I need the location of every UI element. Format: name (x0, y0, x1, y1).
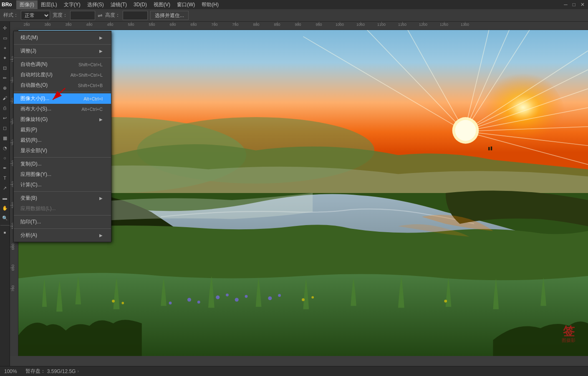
menu-section-auto: 自动色调(N) Shift+Ctrl+L 自动对比度(U) Alt+Shift+… (14, 58, 111, 92)
menu-help[interactable]: 帮助(H) (198, 0, 222, 9)
menu-item-auto-tone[interactable]: 自动色调(N) Shift+Ctrl+L (14, 59, 111, 70)
main-area: ✢ ▭ ⌖ ✦ ⊡ ✏ ⊕ 🖌 ⎙ ↩ ◻ ▦ ◔ ○ ✒ T ↗ ▬ ✋ 🔍 … (0, 22, 588, 366)
brush-tool[interactable]: 🖌 (0, 93, 10, 103)
path-select-tool[interactable]: ↗ (0, 183, 10, 193)
move-tool[interactable]: ✢ (0, 23, 10, 33)
menu-item-show-all[interactable]: 显示全部(V) (14, 145, 111, 156)
maximize-button[interactable]: □ (571, 2, 577, 8)
menu-view[interactable]: 视图(V) (150, 0, 174, 9)
svg-point-21 (245, 295, 248, 298)
close-button[interactable]: ✕ (579, 2, 586, 8)
blur-tool[interactable]: ◔ (0, 143, 10, 153)
crop-tool[interactable]: ⊡ (0, 63, 10, 73)
minimize-button[interactable]: ─ (562, 2, 569, 8)
menu-text[interactable]: 文字(Y) (61, 0, 84, 9)
svg-point-22 (268, 296, 272, 300)
dodge-tool[interactable]: ○ (0, 153, 10, 163)
menu-item-image-rotate[interactable]: 图像旋转(G) ▶ (14, 114, 111, 125)
menu-item-canvas-size[interactable]: 画布大小(S)... Alt+Ctrl+C (14, 104, 111, 114)
svg-point-35 (455, 120, 476, 141)
menu-3d[interactable]: 3D(D) (130, 1, 150, 8)
options-bar: 样式： 正常 宽度： ⇌ 高度： 选择并遮住... (0, 9, 588, 22)
submenu-arrow-adjust: ▶ (99, 49, 103, 53)
height-input[interactable] (123, 11, 148, 20)
svg-point-28 (121, 302, 124, 304)
hand-tool[interactable]: ✋ (0, 203, 10, 213)
svg-point-24 (197, 301, 200, 303)
width-label: 宽度： (53, 12, 68, 19)
zoom-tool[interactable]: 🔍 (0, 213, 10, 223)
foreground-color[interactable]: ■ (0, 228, 10, 237)
eraser-tool[interactable]: ◻ (0, 123, 10, 133)
style-select[interactable]: 正常 (21, 11, 50, 20)
menu-item-crop-p[interactable]: 裁剪(P) (14, 125, 111, 135)
menu-section-trap: 陷印(T)... (14, 216, 111, 229)
menu-item-variable[interactable]: 变量(B) ▶ (14, 193, 111, 203)
menu-item-image-size[interactable]: 图像大小(I)... Alt+Ctrl+I (14, 93, 111, 104)
submenu-arrow-rotate: ▶ (99, 117, 103, 122)
image-dropdown-menu: 模式(M) ▶ 调整(J) ▶ 自动色调(N) Shift+Ctrl+L 自动对… (13, 31, 111, 242)
width-input[interactable] (70, 11, 95, 20)
menu-section-adjust: 调整(J) ▶ (14, 45, 111, 58)
menu-section-analysis: 分析(A) ▶ (14, 229, 111, 242)
menu-image[interactable]: 图像(I) (16, 0, 38, 9)
eyedropper-tool[interactable]: ✏ (0, 73, 10, 83)
left-toolbar: ✢ ▭ ⌖ ✦ ⊡ ✏ ⊕ 🖌 ⎙ ↩ ◻ ▦ ◔ ○ ✒ T ↗ ▬ ✋ 🔍 … (0, 22, 10, 366)
history-brush-tool[interactable]: ↩ (0, 113, 10, 123)
menu-section-variable: 变量(B) ▶ 应用数据组(L)... (14, 192, 111, 216)
lasso-tool[interactable]: ⌖ (0, 43, 10, 53)
menu-item-apply-data: 应用数据组(L)... (14, 203, 111, 214)
menu-item-apply-image[interactable]: 应用图像(Y)... (14, 169, 111, 180)
svg-point-30 (311, 296, 314, 298)
menu-filter[interactable]: 滤镜(T) (107, 0, 130, 9)
svg-point-25 (187, 298, 191, 301)
svg-point-27 (112, 300, 115, 303)
zoom-level: 100% (4, 368, 17, 374)
menu-layer[interactable]: 图层(L) (38, 0, 61, 9)
select-rect-tool[interactable]: ▭ (0, 33, 10, 43)
menu-item-adjust[interactable]: 调整(J) ▶ (14, 46, 111, 56)
submenu-arrow-analysis: ▶ (99, 233, 103, 238)
height-label: 高度： (105, 12, 120, 19)
menu-section-mode: 模式(M) ▶ (14, 31, 111, 45)
menu-section-ops: 复制(D)... 应用图像(Y)... 计算(C)... (14, 158, 111, 192)
app-logo: BRo (2, 2, 12, 8)
text-tool[interactable]: T (0, 173, 10, 183)
status-arrow-icon: › (77, 369, 78, 373)
menu-item-auto-contrast[interactable]: 自动对比度(U) Alt+Shift+Ctrl+L (14, 70, 111, 80)
menu-item-mode[interactable]: 模式(M) ▶ (14, 33, 111, 43)
menu-section-size: 图像大小(I)... Alt+Ctrl+I 画布大小(S)... Alt+Ctr… (14, 92, 111, 158)
clone-tool[interactable]: ⎙ (0, 103, 10, 113)
svg-point-20 (235, 298, 239, 301)
gradient-tool[interactable]: ▦ (0, 133, 10, 143)
shape-tool[interactable]: ▬ (0, 193, 10, 203)
menu-item-analysis[interactable]: 分析(A) ▶ (14, 230, 111, 241)
svg-point-26 (169, 301, 172, 304)
svg-point-29 (302, 298, 305, 301)
menu-select[interactable]: 选择(S) (84, 0, 107, 9)
ruler-corner (10, 22, 18, 30)
statusbar: 100% 暂存盘： 3.59G/12.5G › (0, 366, 588, 376)
heal-tool[interactable]: ⊕ (0, 83, 10, 93)
svg-rect-33 (491, 147, 492, 150)
scratch-disk-label: 暂存盘： 3.59G/12.5G › (25, 368, 79, 375)
svg-point-18 (216, 296, 220, 299)
svg-rect-32 (488, 147, 490, 150)
svg-point-19 (226, 293, 229, 296)
menu-item-duplicate[interactable]: 复制(D)... (14, 159, 111, 169)
ruler-horizontal: 2503003504004505005506006507007508008509… (18, 22, 588, 30)
submenu-arrow-variable: ▶ (99, 196, 103, 201)
menu-window[interactable]: 窗口(W) (174, 0, 198, 9)
pen-tool[interactable]: ✒ (0, 163, 10, 173)
svg-point-31 (444, 300, 447, 303)
magic-wand-tool[interactable]: ✦ (0, 53, 10, 63)
menu-item-trap[interactable]: 陷印(T)... (14, 217, 111, 227)
style-label: 样式： (3, 12, 18, 19)
menu-item-calculate[interactable]: 计算(C)... (14, 180, 111, 190)
svg-point-23 (278, 294, 281, 297)
menu-item-auto-color[interactable]: 自动颜色(O) Shift+Ctrl+B (14, 80, 111, 90)
swap-icon[interactable]: ⇌ (98, 12, 103, 19)
menu-item-crop-r[interactable]: 裁切(R)... (14, 135, 111, 145)
menubar: BRo 图像(I) 图层(L) 文字(Y) 选择(S) 滤镜(T) 3D(D) … (0, 0, 588, 9)
select-mask-button[interactable]: 选择并遮住... (150, 11, 189, 20)
